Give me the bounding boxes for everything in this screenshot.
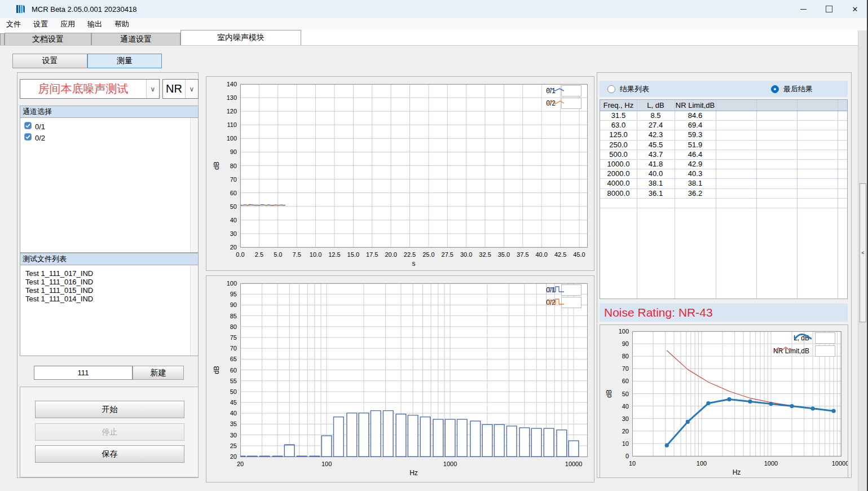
svg-text:60: 60 [230,190,237,196]
svg-text:30: 30 [230,230,237,237]
time-history-chart-box: 20304050607080901001101201301400.02.55.0… [206,76,594,271]
nr-standard-select[interactable]: NR ∨ [162,79,199,99]
channel-checkbox-row[interactable]: 0/1 [20,121,198,132]
test-file-item[interactable]: Test 1_111_016_IND [20,278,198,286]
stop-button[interactable]: 停止 [35,423,184,441]
test-file-item[interactable]: Test 1_111_014_IND [20,295,198,303]
channel-checkbox-row[interactable]: 0/2 [20,132,198,143]
start-button[interactable]: 开始 [35,401,184,418]
menu-item-file[interactable]: 文件 [0,19,27,29]
test-file-list: Test 1_111_017_INDTest 1_111_016_INDTest… [20,265,199,356]
menu-item-settings[interactable]: 设置 [27,19,54,29]
svg-text:60: 60 [622,378,629,384]
spectrum-chart-box: 2025303540455055606570758085909510020100… [206,275,594,483]
svg-text:95: 95 [230,291,237,297]
line-legend-icon [561,98,581,109]
maximize-button[interactable] [816,0,842,18]
channel-label: 0/2 [35,134,45,142]
title-bar: MCR Beta 2.05.0.001 20230418 ✕ [0,0,868,18]
table-cell: 59.3 [675,130,716,139]
svg-text:90: 90 [230,301,237,308]
svg-text:30: 30 [622,415,629,422]
radio-result-list[interactable] [607,85,615,93]
scrollbar-track[interactable] [190,118,198,252]
menu-bar: 文件 设置 应用 输出 帮助 [0,18,868,30]
radio-last-result[interactable] [771,85,779,93]
menu-item-apply[interactable]: 应用 [54,19,81,29]
tab-indoor-noise-module[interactable]: 室内噪声模块 [180,30,301,45]
scrollbar-track[interactable] [190,265,198,356]
checkbox-checked-icon[interactable] [24,133,32,142]
close-icon: ✕ [852,5,858,14]
result-view-switch: 结果列表 最后结果 [600,81,848,97]
svg-text:70: 70 [622,365,629,372]
subtab-measure[interactable]: 测量 [87,54,162,68]
checkbox-checked-icon[interactable] [24,122,32,131]
svg-text:2.5: 2.5 [255,251,263,258]
chevron-left-icon: < [861,250,864,256]
svg-text:12.5: 12.5 [328,251,340,258]
new-button[interactable]: 新建 [133,366,184,380]
chevron-down-icon[interactable]: ∨ [146,80,159,98]
file-name-input[interactable] [34,366,133,380]
table-cell: 40.3 [675,169,716,178]
svg-text:40: 40 [230,217,237,223]
table-cell: 42.3 [637,130,675,139]
menu-item-help[interactable]: 帮助 [108,19,135,29]
table-cell: 69.4 [675,120,716,130]
svg-text:Hz: Hz [409,469,418,477]
line-legend-icon [815,332,835,344]
svg-text:20: 20 [230,244,237,251]
save-button[interactable]: 保存 [35,445,184,463]
tab-document-settings[interactable]: 文档设置 [5,33,91,45]
table-row-line [600,198,847,199]
svg-text:50: 50 [622,391,629,397]
svg-text:80: 80 [230,163,237,169]
svg-text:Hz: Hz [733,468,741,476]
svg-text:s: s [412,260,416,268]
table-cell: 36.2 [675,188,716,198]
svg-text:80: 80 [230,323,237,330]
table-cell: 8000.0 [600,188,637,198]
table-cell: 40.0 [637,169,675,178]
svg-text:50: 50 [230,388,237,395]
table-header-cell: NR Limit,dB [675,100,716,111]
file-list-header: 测试文件列表 [20,253,199,265]
svg-text:32.5: 32.5 [479,251,491,258]
svg-text:10: 10 [629,460,636,467]
table-cell: 4000.0 [600,178,637,188]
svg-text:dB: dB [213,366,221,374]
close-button[interactable]: ✕ [842,0,868,18]
radio-last-result-label: 最后结果 [783,84,813,94]
table-cell: 45.5 [637,140,675,150]
tab-strip-stub [0,33,5,45]
bar-legend-icon [561,284,581,296]
subtab-settings[interactable]: 设置 [12,54,87,68]
tab-channel-settings[interactable]: 通道设置 [91,33,180,45]
panel-collapse-button[interactable]: < [860,183,866,322]
svg-text:70: 70 [230,176,237,183]
window-title: MCR Beta 2.05.0.001 20230418 [32,5,136,14]
table-cell: 1000.0 [600,159,637,169]
test-type-value: 房间本底噪声测试 [20,80,146,98]
svg-text:17.5: 17.5 [366,251,378,258]
table-cell: 43.7 [637,150,675,159]
svg-text:0: 0 [625,453,629,459]
svg-text:55: 55 [230,378,237,384]
minimize-button[interactable] [790,0,816,18]
test-type-select[interactable]: 房间本底噪声测试 ∨ [20,79,160,99]
svg-text:20: 20 [230,453,237,460]
test-file-item[interactable]: Test 1_111_015_IND [20,286,198,295]
test-file-item[interactable]: Test 1_111_017_IND [20,269,198,278]
chevron-down-icon[interactable]: ∨ [185,80,198,98]
svg-text:37.5: 37.5 [517,251,528,258]
line-legend-icon [561,85,581,97]
table-cell: 63.0 [600,120,637,130]
svg-text:70: 70 [230,345,237,352]
svg-text:1000: 1000 [443,461,457,467]
svg-text:80: 80 [622,353,629,360]
svg-text:100: 100 [619,328,629,335]
table-cell: 38.1 [675,178,716,188]
menu-item-output[interactable]: 输出 [81,19,108,29]
svg-text:40: 40 [622,403,629,410]
